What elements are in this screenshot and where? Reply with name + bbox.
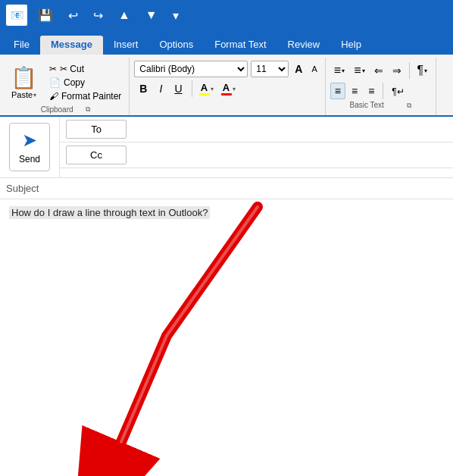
app-icon: 📧 [6, 5, 27, 26]
bold-button[interactable]: B [134, 80, 152, 98]
font-bottom-row: B I U A ▾ A [134, 80, 320, 98]
decrease-indent-icon: ⇐ [374, 64, 383, 77]
undo-button[interactable]: ↩ [64, 7, 83, 24]
para-expand-icon[interactable]: ⧉ [407, 102, 411, 109]
paste-dropdown-icon[interactable]: ▾ [33, 92, 36, 99]
compose-area: ➤ Send To Cc Subject How [0, 117, 453, 476]
move-up-button[interactable]: ▲ [114, 7, 135, 23]
numbering-button[interactable]: ≡ ▾ [350, 61, 368, 80]
rtl-button[interactable]: ¶↵ [387, 83, 408, 99]
format-painter-button[interactable]: 🖌 Format Painter [46, 90, 124, 102]
highlight-button[interactable]: A ▾ [196, 80, 217, 98]
tab-review[interactable]: Review [277, 36, 331, 55]
compose-fields: To Cc [60, 117, 453, 177]
to-button[interactable]: To [66, 120, 127, 139]
highlight-icon: A [201, 82, 208, 93]
subject-field-row: Subject [0, 178, 453, 199]
paragraph-mark-icon: ¶ [417, 64, 424, 77]
subject-input[interactable] [58, 183, 447, 194]
tab-options[interactable]: Options [148, 36, 204, 55]
para-mark-dropdown[interactable]: ▾ [424, 67, 427, 74]
bullets-icon: ≡ [334, 64, 341, 77]
font-section: Calibri (Body) Arial Times New Roman Ver… [130, 58, 325, 115]
send-icon: ➤ [22, 130, 37, 151]
tab-insert[interactable]: Insert [103, 36, 149, 55]
numbering-icon: ≡ [354, 64, 361, 77]
format-painter-icon: 🖌 [49, 91, 58, 102]
format-painter-label: Format Painter [61, 91, 121, 102]
annotation-arrow [0, 184, 273, 476]
increase-indent-icon: ⇒ [392, 64, 401, 77]
align-sep [383, 83, 383, 99]
copy-button[interactable]: 📄 Copy [46, 77, 124, 89]
font-shrink-button[interactable]: A [308, 63, 320, 75]
copy-label: Copy [64, 77, 85, 88]
align-right-icon: ≡ [368, 85, 374, 97]
paragraph-section: ≡ ▾ ≡ ▾ ⇐ ⇒ [326, 58, 436, 115]
para-sep [409, 62, 410, 79]
paragraph-top-row: ≡ ▾ ≡ ▾ ⇐ ⇒ [330, 61, 431, 80]
to-input[interactable] [133, 122, 447, 136]
align-right-button[interactable]: ≡ [364, 83, 379, 99]
more-options-button[interactable]: ▾ [168, 7, 183, 24]
send-button[interactable]: ➤ Send [9, 123, 50, 171]
clipboard-expand-icon[interactable]: ⧉ [86, 105, 90, 114]
font-section-label [134, 98, 320, 101]
send-area: ➤ Send [0, 117, 60, 177]
cc-button[interactable]: Cc [66, 146, 127, 164]
cc-input[interactable] [133, 148, 447, 162]
body-text: How do I draw a line through text in Out… [9, 206, 210, 219]
font-size-select[interactable]: 8910 111214 161820 [251, 61, 289, 77]
align-center-button[interactable]: ≡ [347, 83, 362, 99]
paragraph-bottom-row: ≡ ≡ ≡ ¶↵ [330, 83, 431, 99]
ribbon-tabs: File Message Insert Options Format Text … [0, 30, 453, 55]
highlight-dropdown-icon[interactable]: ▾ [211, 86, 214, 92]
bullets-dropdown[interactable]: ▾ [342, 67, 345, 74]
font-separator [192, 80, 192, 97]
rtl-icon: ¶↵ [392, 86, 404, 97]
move-down-button[interactable]: ▼ [141, 7, 162, 23]
font-grow-button[interactable]: A [292, 61, 305, 77]
bullets-button[interactable]: ≡ ▾ [330, 61, 348, 80]
numbering-dropdown[interactable]: ▾ [362, 67, 365, 74]
highlight-color-bar [199, 93, 210, 96]
paste-label: Paste [11, 90, 33, 99]
italic-button[interactable]: I [154, 80, 167, 98]
paste-button[interactable]: 📋 Paste ▾ [6, 64, 42, 101]
font-color-bar [221, 93, 232, 96]
cut-label: ✂ Cut [60, 64, 84, 74]
font-color-dropdown-icon[interactable]: ▾ [233, 86, 236, 92]
paragraph-section-label: Basic Text ⧉ [330, 99, 431, 111]
tab-message[interactable]: Message [40, 36, 103, 55]
font-color-button[interactable]: A ▾ [218, 80, 239, 98]
clipboard-items: ✂ ✂ Cut 📄 Copy 🖌 Format Painter [43, 63, 124, 102]
paragraph-mark-button[interactable]: ¶ ▾ [414, 61, 432, 80]
title-bar: 📧 💾 ↩ ↪ ▲ ▼ ▾ [0, 0, 453, 30]
font-color-icon: A [223, 82, 230, 93]
tab-help[interactable]: Help [330, 36, 372, 55]
subject-label: Subject [6, 183, 52, 194]
ribbon-body: 📋 Paste ▾ ✂ ✂ Cut 📄 [0, 58, 453, 115]
align-center-icon: ≡ [351, 85, 358, 97]
align-left-icon: ≡ [335, 85, 341, 97]
cut-icon: ✂ [49, 64, 57, 74]
email-body[interactable]: How do I draw a line through text in Out… [0, 199, 453, 476]
redo-button[interactable]: ↪ [89, 7, 108, 24]
paste-icon: 📋 [11, 65, 37, 90]
save-button[interactable]: 💾 [33, 7, 58, 24]
font-family-select[interactable]: Calibri (Body) Arial Times New Roman Ver… [134, 61, 248, 77]
increase-indent-button[interactable]: ⇒ [389, 61, 405, 80]
tab-file[interactable]: File [3, 36, 40, 55]
copy-icon: 📄 [49, 77, 61, 88]
align-left-button[interactable]: ≡ [330, 83, 345, 99]
clipboard-section-label: Clipboard ⧉ [6, 104, 124, 115]
decrease-indent-button[interactable]: ⇐ [370, 61, 387, 80]
clipboard-top: 📋 Paste ▾ ✂ ✂ Cut 📄 [6, 61, 124, 104]
underline-button[interactable]: U [169, 80, 187, 98]
ribbon: 📋 Paste ▾ ✂ ✂ Cut 📄 [0, 55, 453, 117]
outlook-window: 📧 💾 ↩ ↪ ▲ ▼ ▾ File Message Insert Option… [0, 0, 453, 476]
tab-format-text[interactable]: Format Text [204, 36, 276, 55]
send-label: Send [19, 154, 40, 164]
cut-button[interactable]: ✂ ✂ Cut [46, 63, 124, 75]
compose-header: ➤ Send To Cc [0, 117, 453, 178]
